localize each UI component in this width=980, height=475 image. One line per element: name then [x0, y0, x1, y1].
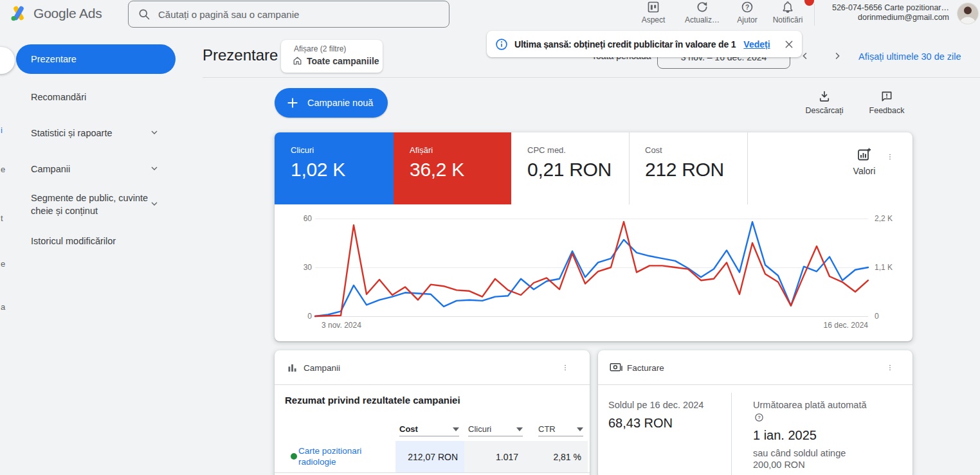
notification-badge	[804, 0, 814, 6]
kebab-menu-icon[interactable]	[885, 149, 894, 165]
kebab-menu-icon[interactable]	[561, 360, 570, 375]
refresh-icon	[696, 1, 709, 13]
add-metric-icon	[857, 147, 872, 162]
close-icon[interactable]	[784, 39, 794, 49]
metric-label: CPC med.	[527, 145, 629, 155]
campaigns-summary-title: Rezumat privind rezultatele campaniei	[285, 395, 460, 406]
campaign-cost-cell[interactable]: 212,07 RON	[395, 441, 464, 472]
metric-value: 0,21 RON	[527, 159, 629, 181]
metric-tile-impressions[interactable]: Afișări 36,2 K	[394, 132, 511, 204]
filter-chip-label: Afișare (2 filtre)	[294, 44, 383, 53]
topbar-divider	[814, 4, 815, 26]
next-payment-date: 1 ian. 2025	[753, 428, 817, 443]
notifications-label: Notificări	[765, 15, 810, 24]
sort-arrow-icon	[577, 427, 583, 431]
chart-svg[interactable]	[315, 219, 868, 316]
account-email: dorinmedium@gmail.com	[832, 13, 949, 22]
column-header-clicks[interactable]: Clicuri	[468, 422, 523, 436]
next-payment-note: sau când soldul atinge 200,00 RON	[753, 447, 851, 471]
x-axis-start-label: 3 nov. 2024	[322, 321, 361, 330]
promo-banner: Ultima șansă: obțineți credit publicitar…	[487, 31, 802, 57]
sidebar-item-segmente[interactable]: Segmente de public, cuvinte cheie și con…	[31, 192, 150, 217]
money-icon	[610, 363, 622, 373]
help-button[interactable]: ? Ajutor	[725, 1, 770, 24]
bar-chart-icon	[287, 363, 298, 373]
search-input[interactable]	[158, 9, 428, 20]
help-circle-icon[interactable]: ?	[754, 413, 764, 422]
edge-fragment: i	[1, 125, 3, 135]
metric-tile-cost[interactable]: Cost 212 RON	[629, 132, 747, 204]
aspect-label: Aspect	[631, 15, 676, 24]
metric-label: Clicuri	[291, 145, 394, 155]
campaign-clicks-cell[interactable]: 1.017	[464, 441, 526, 472]
y-axis-tick-right: 1,1 K	[875, 263, 900, 272]
page-title: Prezentare	[203, 46, 278, 64]
next-payment-label: Următoarea plată automată	[753, 399, 894, 411]
feedback-button[interactable]: Feedback	[864, 90, 909, 115]
download-button[interactable]: Descărcați	[802, 90, 847, 115]
campaigns-card-header: Campanii	[275, 350, 590, 385]
sidebar-item-label: Istoricul modificărilor	[31, 236, 116, 246]
metric-tile-avg-cpc[interactable]: CPC med. 0,21 RON	[511, 132, 629, 204]
kebab-menu-icon[interactable]	[885, 360, 894, 375]
billing-card: Facturare Soldul pe 16 dec. 2024 68,43 R…	[598, 350, 912, 475]
chevron-down-icon[interactable]	[149, 199, 159, 209]
metric-value: 212 RON	[645, 159, 747, 181]
avatar[interactable]	[957, 3, 978, 24]
y-axis-tick-left: 0	[294, 312, 312, 321]
y-axis-tick-left: 30	[294, 263, 312, 272]
new-campaign-button[interactable]: Campanie nouă	[275, 88, 388, 118]
sidebar-item-label: Campanii	[31, 164, 70, 174]
tile-divider	[747, 132, 748, 204]
feedback-label: Feedback	[864, 106, 909, 115]
google-ads-overview-screen: Google Ads Aspect Actualiz… ? Ajutor	[0, 0, 980, 475]
filter-chip[interactable]: Afișare (2 filtre) Toate campaniile	[281, 40, 383, 73]
chevron-right-icon[interactable]	[831, 50, 843, 62]
x-axis-line	[315, 316, 868, 317]
download-icon	[818, 90, 831, 103]
brand[interactable]: Google Ads	[9, 4, 102, 22]
column-label: CTR	[538, 424, 556, 434]
chevron-down-icon[interactable]	[149, 163, 159, 174]
sidebar-item-recomandari[interactable]: Recomandări	[31, 91, 86, 103]
balance-label: Soldul pe 16 dec. 2024	[608, 399, 703, 411]
metrics-button[interactable]: Valori	[840, 147, 888, 176]
refresh-button[interactable]: Actualiz…	[680, 1, 725, 24]
sidebar-item-istoricul[interactable]: Istoricul modificărilor	[31, 235, 116, 247]
campaigns-card: Campanii Rezumat privind rezultatele cam…	[275, 350, 590, 475]
download-label: Descărcați	[802, 106, 847, 115]
account-info[interactable]: 526-074-5656 Carte pozitionar… dorinmedi…	[832, 3, 949, 22]
aspect-button[interactable]: Aspect	[631, 1, 676, 24]
table-row-divider	[275, 472, 590, 473]
sidebar-item-statistici[interactable]: Statistici și rapoarte	[31, 127, 113, 139]
banner-link[interactable]: Vedeți	[743, 39, 770, 49]
column-header-ctr[interactable]: CTR	[538, 422, 583, 436]
y-axis-tick-right: 0	[875, 312, 900, 321]
campaign-ctr-cell[interactable]: 2,81 %	[526, 441, 588, 472]
sidebar-item-label: Statistici și rapoarte	[31, 128, 113, 138]
column-header-cost[interactable]: Cost	[399, 422, 459, 436]
chart-line-Clicuri	[315, 222, 868, 316]
help-icon: ?	[741, 1, 754, 13]
sidebar-item-prezentare[interactable]: Prezentare	[16, 44, 176, 74]
chevron-down-icon[interactable]	[149, 127, 159, 138]
balance-value: 68,43 RON	[608, 416, 673, 431]
google-ads-logo-icon	[9, 4, 28, 22]
search-box[interactable]	[128, 1, 449, 28]
sidebar-item-label: Prezentare	[31, 54, 77, 64]
tile-divider	[629, 132, 630, 204]
metric-tile-clicks[interactable]: Clicuri 1,02 K	[275, 132, 394, 204]
nav-collapse-button[interactable]	[0, 47, 15, 74]
show-last-30-days-link[interactable]: Afișați ultimele 30 de zile	[858, 51, 961, 62]
x-axis-end-label: 16 dec. 2024	[804, 321, 868, 330]
notifications-button[interactable]: Notificări	[765, 1, 810, 24]
campaign-name-link[interactable]: Carte pozitionari radiologie	[298, 445, 374, 467]
metric-label: Afișări	[410, 145, 511, 155]
svg-text:?: ?	[758, 415, 761, 420]
aspect-icon	[647, 1, 660, 13]
filter-chip-value: Toate campaniile	[307, 56, 379, 66]
bell-icon	[781, 1, 795, 13]
edge-fragment: e	[1, 165, 5, 174]
sidebar-item-campanii[interactable]: Campanii	[31, 163, 70, 175]
edge-fragment: t	[1, 213, 3, 223]
